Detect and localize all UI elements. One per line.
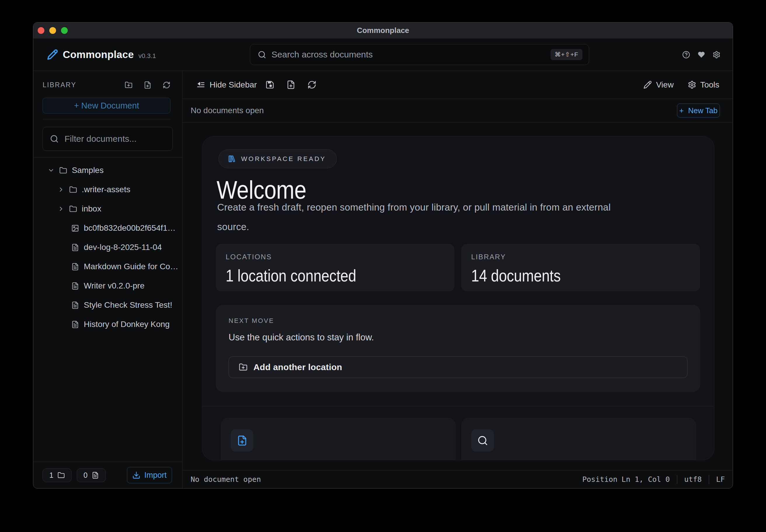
collapse-sidebar-icon <box>196 80 205 89</box>
zoom-window-button[interactable] <box>61 27 68 34</box>
plus-icon: + <box>679 106 684 115</box>
workspace-ready-badge: WORKSPACE READY <box>218 149 337 168</box>
new-document-button[interactable]: + New Document <box>43 98 170 113</box>
library-section-label: LIBRARY <box>43 81 76 89</box>
app-version: v0.3.1 <box>138 52 156 60</box>
heart-icon <box>697 51 705 59</box>
view-menu-button[interactable]: View <box>643 80 674 90</box>
tree-file-donkey-kong[interactable]: History of Donkey Kong <box>33 315 182 334</box>
chevron-right-icon <box>57 205 64 212</box>
new-tab-button[interactable]: + New Tab <box>677 104 720 118</box>
chevron-right-icon <box>57 186 64 193</box>
global-search-input[interactable] <box>272 50 550 59</box>
sidebar-footer: 1 0 Import <box>33 462 182 488</box>
tree-folder-inbox[interactable]: inbox <box>33 199 182 218</box>
refresh-icon[interactable] <box>162 81 170 89</box>
file-text-icon <box>71 301 79 309</box>
add-location-button[interactable]: Add another location <box>229 356 688 378</box>
import-button[interactable]: Import <box>127 467 172 483</box>
favorites-button[interactable] <box>697 51 705 59</box>
section-divider <box>202 406 714 406</box>
tree-file-markdown-guide[interactable]: Markdown Guide for Co… <box>33 257 182 276</box>
next-move-card: NEXT MOVE Use the quick actions to stay … <box>216 305 700 392</box>
filter-block <box>33 119 182 157</box>
window-title: Commonplace <box>357 26 409 35</box>
new-file-tile <box>231 429 254 451</box>
tab-strip: No documents open + New Tab <box>182 99 733 123</box>
cursor-position: Position Ln 1, Col 0 <box>583 475 670 484</box>
library-stat-card: LIBRARY 14 documents <box>461 244 700 291</box>
minimize-window-button[interactable] <box>49 27 56 34</box>
gear-icon <box>713 51 721 59</box>
tree-folder-samples[interactable]: Samples <box>33 161 182 180</box>
status-bar: No document open Position Ln 1, Col 0 ut… <box>182 470 733 488</box>
folder-icon <box>69 205 77 213</box>
app-logo: Commonplace v0.3.1 <box>47 49 156 60</box>
tree-file-writer-pre[interactable]: Writer v0.2.0-pre <box>33 276 182 295</box>
folder-icon <box>69 186 77 194</box>
settings-button[interactable] <box>713 51 721 59</box>
search-icon <box>258 50 266 59</box>
new-folder-icon[interactable] <box>125 81 132 89</box>
folder-icon <box>59 167 67 174</box>
main-content[interactable]: WORKSPACE READY Welcome Create a fresh d… <box>182 123 733 470</box>
document-tree: Samples .writer-assets inbox bc0fb832de0… <box>33 157 182 462</box>
folder-plus-icon <box>239 363 248 372</box>
status-separator <box>709 475 709 484</box>
file-text-icon <box>71 282 79 290</box>
app-body: LIBRARY + New Document <box>33 71 733 488</box>
global-search[interactable]: ⌘+⇧+F <box>250 44 589 65</box>
editor-toolbar: Hide Sidebar View Tools <box>182 71 733 99</box>
gear-icon <box>688 81 696 89</box>
app-name: Commonplace <box>63 49 134 60</box>
help-button[interactable] <box>682 51 690 59</box>
tree-file-image[interactable]: bc0fb832de00b2f654f1… <box>33 218 182 238</box>
folder-icon <box>57 472 65 479</box>
search-icon <box>50 134 59 143</box>
refresh-icon[interactable] <box>307 80 316 89</box>
document-count-badge: 0 <box>77 468 106 482</box>
filter-documents-input[interactable] <box>64 134 177 144</box>
search-shortcut-badge: ⌘+⇧+F <box>550 49 583 60</box>
quick-actions-grid <box>221 418 696 460</box>
help-circle-icon <box>682 51 690 59</box>
tree-folder-writer-assets[interactable]: .writer-assets <box>33 180 182 199</box>
image-icon <box>71 224 79 232</box>
welcome-description: Create a fresh draft, reopen something f… <box>217 197 632 237</box>
pencil-logo-icon <box>47 49 58 60</box>
sidebar-header: LIBRARY + New Document <box>33 71 182 119</box>
create-document-card[interactable] <box>221 418 455 460</box>
status-separator <box>677 475 677 484</box>
pencil-icon <box>643 81 652 89</box>
file-text-icon <box>92 472 99 479</box>
file-text-icon <box>71 321 79 328</box>
download-icon <box>132 471 140 479</box>
hide-sidebar-button[interactable]: Hide Sidebar <box>196 80 257 90</box>
library-icon <box>228 155 236 163</box>
tree-file-style-check[interactable]: Style Check Stress Test! <box>33 295 182 315</box>
new-file-icon[interactable] <box>143 81 151 89</box>
encoding-indicator[interactable]: utf8 <box>684 475 702 484</box>
eol-indicator[interactable]: LF <box>716 475 725 484</box>
search-tile <box>471 429 494 451</box>
status-left: No document open <box>190 475 261 484</box>
header-action-icons <box>682 39 721 71</box>
welcome-card: WORKSPACE READY Welcome Create a fresh d… <box>202 136 714 460</box>
filter-documents-field[interactable] <box>43 127 173 151</box>
tree-file-dev-log[interactable]: dev-log-8-2025-11-04 <box>33 238 182 257</box>
file-plus-icon <box>237 435 248 446</box>
search-library-card[interactable] <box>461 418 696 460</box>
library-sidebar: LIBRARY + New Document <box>33 71 182 488</box>
chevron-down-icon <box>48 167 55 174</box>
no-documents-label: No documents open <box>190 106 264 115</box>
main-panel: Hide Sidebar View Tools <box>182 71 733 488</box>
window-titlebar: Commonplace <box>33 22 733 39</box>
locations-stat-card: LOCATIONS 1 location connected <box>216 244 454 291</box>
search-icon <box>477 435 488 446</box>
save-icon[interactable] <box>265 80 274 89</box>
close-window-button[interactable] <box>38 27 44 34</box>
file-text-icon <box>71 263 79 271</box>
tools-menu-button[interactable]: Tools <box>688 80 719 90</box>
traffic-lights <box>38 27 68 34</box>
new-file-icon[interactable] <box>286 80 296 89</box>
